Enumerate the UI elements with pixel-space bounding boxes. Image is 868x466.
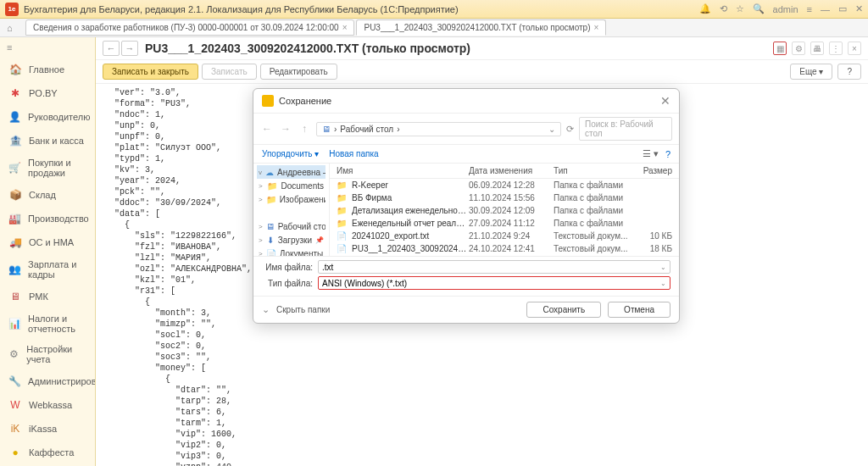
file-row-3[interactable]: 📁Еженедельный отчет реализации 27557...2… [330, 217, 679, 230]
sidebar-icon: 🏦 [8, 134, 22, 147]
help-icon[interactable]: ? [665, 149, 670, 159]
filetype-select[interactable]: ANSI (Windows) (*.txt) ⌄ [318, 276, 670, 290]
tool-settings-icon[interactable]: ⚙ [792, 42, 805, 55]
maximize-icon[interactable]: ▭ [838, 3, 847, 14]
tree-item-0[interactable]: v☁Андреевна — Л [257, 165, 326, 179]
sidebar-icon: 🏠 [8, 63, 22, 76]
more-button[interactable]: Еще ▾ [790, 64, 832, 80]
sidebar-item-8[interactable]: 👥Зарплата и кадры [0, 254, 95, 285]
sidebar-item-4[interactable]: 🛒Покупки и продажи [0, 153, 95, 183]
col-size-header[interactable]: Размер [630, 166, 672, 175]
dialog-save-button[interactable]: Сохранить [526, 302, 601, 318]
sidebar-item-15[interactable]: ●Каффеста [0, 441, 95, 464]
close-tab-icon[interactable]: × [593, 23, 598, 32]
file-icon: 📁 [337, 193, 348, 202]
tree-item-1[interactable]: >📁Documents [257, 179, 326, 192]
file-row-1[interactable]: 📁ВБ Фирма11.10.2024 15:56Папка с файлами [330, 191, 679, 204]
tree-item-6[interactable]: >📄Документы📌 [257, 247, 326, 256]
organize-button[interactable]: Упорядочить ▾ [262, 149, 319, 158]
folder-tree: v☁Андреевна — Л>📁Documents>📁Изображения>… [253, 164, 330, 256]
tool-view-icon[interactable]: ▦ [773, 42, 787, 55]
path-segment[interactable]: Рабочий стол [340, 125, 393, 134]
dlg-up-arrow[interactable]: ↑ [298, 123, 311, 135]
sidebar-item-10[interactable]: 📊Налоги и отчетность [0, 308, 95, 339]
sidebar-item-6[interactable]: 🏭Производство [0, 207, 95, 230]
tool-print-icon[interactable]: 🖶 [810, 42, 824, 55]
edit-button[interactable]: Редактировать [260, 64, 337, 80]
history-icon[interactable]: ⟲ [720, 3, 727, 14]
help-button[interactable]: ? [837, 64, 861, 80]
menu-toggle-icon[interactable]: ≡ [0, 37, 95, 58]
sidebar-icon: 🛒 [8, 161, 21, 175]
sidebar-label: РМК [29, 291, 48, 302]
file-row-4[interactable]: 📄20241020_export.txt21.10.2024 9:24Текст… [330, 230, 679, 242]
path-bar[interactable]: 🖥 › Рабочий стол › ⌄ [316, 122, 561, 136]
sidebar-icon: 🏭 [8, 212, 21, 225]
chevron-down-icon[interactable]: ⌄ [660, 280, 666, 287]
tab-pu3-form[interactable]: Сведения о заработке работников (ПУ-3) 0… [25, 19, 354, 36]
sidebar-item-12[interactable]: 🔧Администрирование [0, 369, 95, 393]
write-button[interactable]: Записать [202, 64, 257, 80]
sidebar-item-2[interactable]: 👤Руководителю [0, 105, 95, 129]
dialog-logo-icon [262, 95, 274, 107]
sidebar-item-13[interactable]: WWebkassa [0, 393, 95, 417]
tree-item-4[interactable]: >🖥Рабочий сто📌 [257, 219, 326, 233]
refresh-icon[interactable]: ⟳ [566, 124, 574, 135]
sidebar-item-9[interactable]: 🖥РМК [0, 285, 95, 308]
settings-icon[interactable]: ≡ [807, 4, 812, 14]
col-type-header[interactable]: Тип [554, 166, 630, 175]
chevron-down-icon[interactable]: ⌄ [262, 304, 270, 315]
forward-arrow[interactable]: → [121, 41, 138, 56]
save-dialog: Сохранение ✕ ← → ↑ 🖥 › Рабочий стол › ⌄ … [253, 88, 680, 324]
tool-close-icon[interactable]: × [848, 42, 861, 55]
sidebar-icon: 🖥 [8, 290, 22, 303]
sidebar-item-7[interactable]: 🚚ОС и НМА [0, 230, 95, 254]
back-arrow[interactable]: ← [103, 41, 120, 56]
sidebar-icon: ● [8, 446, 22, 459]
dlg-back-arrow[interactable]: ← [260, 123, 274, 135]
hide-folders-link[interactable]: Скрыть папки [276, 305, 330, 314]
dialog-search-input[interactable]: Поиск в: Рабочий стол [579, 117, 672, 141]
sidebar-icon: ✱ [8, 86, 22, 100]
sidebar-icon: W [8, 398, 22, 412]
sidebar-item-11[interactable]: ⚙Настройки учета [0, 339, 95, 369]
close-tab-icon[interactable]: × [342, 23, 348, 32]
sidebar-item-14[interactable]: iKiKassa [0, 417, 95, 441]
new-folder-button[interactable]: Новая папка [329, 149, 378, 158]
close-app-icon[interactable]: ✕ [855, 3, 863, 14]
col-name-header[interactable]: Имя [337, 166, 469, 175]
filename-input[interactable]: .txt ⌄ [318, 260, 670, 274]
sidebar-item-3[interactable]: 🏦Банк и касса [0, 129, 95, 153]
tree-item-2[interactable]: >📁Изображения [257, 192, 326, 206]
dialog-cancel-button[interactable]: Отмена [608, 302, 670, 318]
file-icon: 📁 [337, 219, 348, 228]
sidebar-label: Банк и касса [29, 136, 84, 146]
dlg-forward-arrow[interactable]: → [279, 123, 292, 135]
dialog-close-icon[interactable]: ✕ [660, 94, 670, 108]
save-close-button[interactable]: Записать и закрыть [103, 64, 198, 80]
sidebar-item-0[interactable]: 🏠Главное [0, 58, 95, 81]
file-row-0[interactable]: 📁R-Keeper06.09.2024 12:28Папка с файлами [330, 179, 679, 191]
chevron-down-icon[interactable]: ⌄ [660, 264, 666, 271]
tab-label: PU3___1_202403_3009202412000.TXT (только… [364, 23, 590, 32]
tab-pu3-txt[interactable]: PU3___1_202403_3009202412000.TXT (только… [356, 19, 606, 36]
bell-icon[interactable]: 🔔 [699, 3, 711, 14]
view-mode-icon[interactable]: ☰ ▾ [643, 148, 659, 159]
col-date-header[interactable]: Дата изменения [469, 166, 554, 175]
file-row-2[interactable]: 📁Детализация еженедельного отчета No...3… [330, 204, 679, 217]
sidebar-label: Настройки учета [26, 344, 86, 364]
chevron-down-icon[interactable]: ⌄ [548, 125, 555, 134]
tree-item-3[interactable] [257, 206, 326, 219]
sidebar: ≡ 🏠Главное✱PO.BY👤Руководителю🏦Банк и кас… [0, 37, 96, 466]
search-icon[interactable]: 🔍 [753, 3, 765, 14]
sidebar-item-5[interactable]: 📦Склад [0, 183, 95, 207]
user-label[interactable]: admin [773, 4, 798, 14]
tree-item-5[interactable]: >⬇Загрузки📌 [257, 233, 326, 247]
star-icon[interactable]: ☆ [736, 3, 744, 14]
minimize-icon[interactable]: — [821, 4, 830, 14]
sidebar-label: Покупки и продажи [28, 158, 86, 178]
tool-more-icon[interactable]: ⋮ [829, 42, 843, 55]
sidebar-item-1[interactable]: ✱PO.BY [0, 81, 95, 105]
file-row-5[interactable]: 📄PU3__1_202403_3009202412000.TXT24.10.20… [330, 242, 679, 255]
home-icon[interactable]: ⌂ [7, 23, 13, 33]
